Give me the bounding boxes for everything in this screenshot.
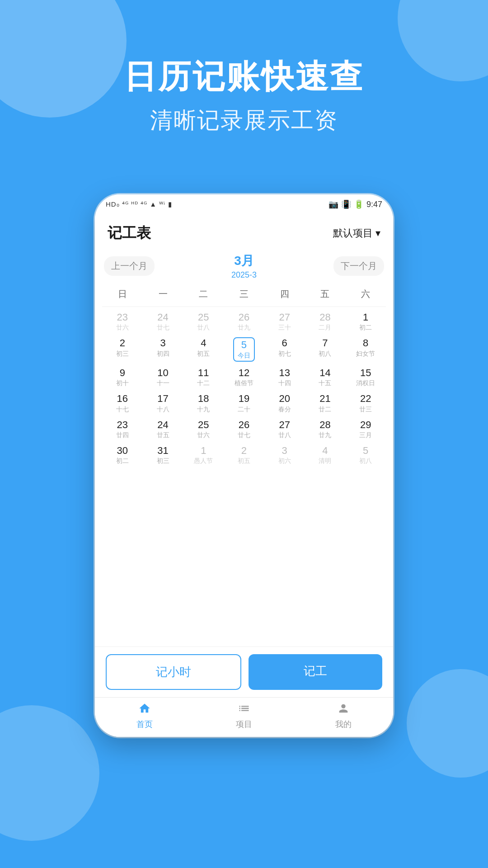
- calendar-day[interactable]: 1初二: [345, 309, 386, 335]
- calendar-day[interactable]: 17十八: [143, 390, 183, 416]
- calendar-day[interactable]: 31初三: [143, 442, 183, 468]
- calendar-day[interactable]: 22廿三: [345, 390, 386, 416]
- month-nav: 上一个月 3月 2025-3 下一个月: [95, 249, 393, 285]
- camera-icon: 📷: [328, 199, 338, 209]
- project-selector[interactable]: 默认项目 ▾: [333, 226, 380, 240]
- main-title: 日历记账快速查: [0, 59, 488, 94]
- status-left: HD₀ ⁴ᴳ ᴴᴰ ⁴ᴳ ▲ ᵂⁱ ▮: [106, 200, 172, 208]
- calendar-day[interactable]: 25廿六: [183, 416, 224, 442]
- calendar-day[interactable]: 26廿九: [224, 309, 264, 335]
- calendar-day[interactable]: 16十七: [102, 390, 143, 416]
- calendar-day[interactable]: 28二月: [305, 309, 346, 335]
- prev-month-button[interactable]: 上一个月: [104, 256, 155, 276]
- time-display: 9:47: [366, 200, 382, 209]
- calendar-day[interactable]: 12植俗节: [224, 364, 264, 390]
- header-section: 日历记账快速查 清晰记录展示工资: [0, 59, 488, 136]
- tab-label-项目: 项目: [236, 719, 252, 730]
- month-center: 3月 2025-3: [231, 252, 257, 280]
- tab-item-我的[interactable]: 我的: [294, 702, 393, 730]
- tab-bar: 首页项目我的: [95, 697, 393, 737]
- calendar-day[interactable]: 4清明: [305, 442, 346, 468]
- calendar-day[interactable]: 2初三: [102, 335, 143, 364]
- signal-icons: HD₀ ⁴ᴳ ᴴᴰ ⁴ᴳ ▲ ᵂⁱ ▮: [106, 200, 172, 208]
- record-work-button[interactable]: 记工: [249, 654, 382, 690]
- calendar-day[interactable]: 27廿八: [264, 416, 305, 442]
- calendar-day[interactable]: 25廿八: [183, 309, 224, 335]
- tab-item-首页[interactable]: 首页: [95, 702, 194, 730]
- calendar-day[interactable]: 24廿七: [143, 309, 183, 335]
- calendar-day[interactable]: 4初五: [183, 335, 224, 364]
- calendar-day[interactable]: 9初十: [102, 364, 143, 390]
- calendar-day[interactable]: 7初八: [305, 335, 346, 364]
- empty-area: [95, 468, 393, 646]
- calendar-day[interactable]: 5初八: [345, 442, 386, 468]
- calendar-day[interactable]: 18十九: [183, 390, 224, 416]
- calendar-grid: 23廿六24廿七25廿八26廿九27三十28二月1初二2初三3初四4初五5今日6…: [102, 309, 386, 468]
- status-bar: HD₀ ⁴ᴳ ᴴᴰ ⁴ᴳ ▲ ᵂⁱ ▮ 📷 📳 🔋 9:47: [95, 194, 393, 214]
- calendar-day[interactable]: 30初二: [102, 442, 143, 468]
- record-hours-button[interactable]: 记小时: [106, 654, 241, 690]
- calendar-day[interactable]: 24廿五: [143, 416, 183, 442]
- weekday-header: 四: [264, 285, 305, 303]
- calendar-day[interactable]: 2初五: [224, 442, 264, 468]
- next-month-button[interactable]: 下一个月: [333, 256, 384, 276]
- weekday-header: 三: [224, 285, 264, 303]
- project-label: 默认项目: [333, 226, 373, 240]
- bottom-buttons: 记小时 记工: [95, 646, 393, 697]
- person-icon: [337, 702, 350, 717]
- app-header: 记工表 默认项目 ▾: [95, 214, 393, 249]
- calendar-day[interactable]: 15消权日: [345, 364, 386, 390]
- weekday-header: 一: [143, 285, 183, 303]
- calendar-day[interactable]: 8妇女节: [345, 335, 386, 364]
- calendar-day[interactable]: 29三月: [345, 416, 386, 442]
- battery-icon: 🔋: [354, 199, 364, 209]
- bg-circle-bottom-right: [407, 669, 488, 778]
- tab-label-首页: 首页: [136, 719, 153, 730]
- calendar-day[interactable]: 10十一: [143, 364, 183, 390]
- calendar-day[interactable]: 27三十: [264, 309, 305, 335]
- calendar-day[interactable]: 6初七: [264, 335, 305, 364]
- weekday-row: 日一二三四五六: [102, 285, 386, 307]
- app-content: 记工表 默认项目 ▾ 上一个月 3月 2025-3 下一个月 日一二三四五六 2…: [95, 214, 393, 737]
- calendar-day[interactable]: 19二十: [224, 390, 264, 416]
- weekday-header: 六: [345, 285, 386, 303]
- bg-circle-bottom-left: [0, 705, 99, 841]
- calendar-day[interactable]: 3初四: [143, 335, 183, 364]
- calendar-day[interactable]: 28廿九: [305, 416, 346, 442]
- month-label: 3月: [231, 252, 257, 269]
- weekday-header: 五: [305, 285, 346, 303]
- calendar-day[interactable]: 11十二: [183, 364, 224, 390]
- weekday-header: 日: [102, 285, 143, 303]
- calendar: 日一二三四五六 23廿六24廿七25廿八26廿九27三十28二月1初二2初三3初…: [95, 285, 393, 468]
- dropdown-icon: ▾: [375, 227, 380, 239]
- status-right: 📷 📳 🔋 9:47: [328, 199, 382, 209]
- home-icon: [138, 702, 151, 717]
- weekday-header: 二: [183, 285, 224, 303]
- calendar-day[interactable]: 1愚人节: [183, 442, 224, 468]
- calendar-day[interactable]: 20春分: [264, 390, 305, 416]
- list-icon: [238, 702, 250, 717]
- calendar-day[interactable]: 13十四: [264, 364, 305, 390]
- year-label: 2025-3: [231, 270, 257, 280]
- calendar-day[interactable]: 26廿七: [224, 416, 264, 442]
- calendar-day[interactable]: 23廿六: [102, 309, 143, 335]
- calendar-day[interactable]: 5今日: [224, 335, 264, 364]
- sub-title: 清晰记录展示工资: [0, 105, 488, 136]
- calendar-day[interactable]: 23廿四: [102, 416, 143, 442]
- calendar-day[interactable]: 3初六: [264, 442, 305, 468]
- vibrate-icon: 📳: [341, 199, 351, 209]
- app-title: 记工表: [108, 223, 151, 243]
- phone-mockup: HD₀ ⁴ᴳ ᴴᴰ ⁴ᴳ ▲ ᵂⁱ ▮ 📷 📳 🔋 9:47 记工表 默认项目 …: [95, 194, 393, 737]
- tab-label-我的: 我的: [335, 719, 352, 730]
- calendar-day[interactable]: 14十五: [305, 364, 346, 390]
- calendar-day[interactable]: 21廿二: [305, 390, 346, 416]
- tab-item-项目[interactable]: 项目: [194, 702, 294, 730]
